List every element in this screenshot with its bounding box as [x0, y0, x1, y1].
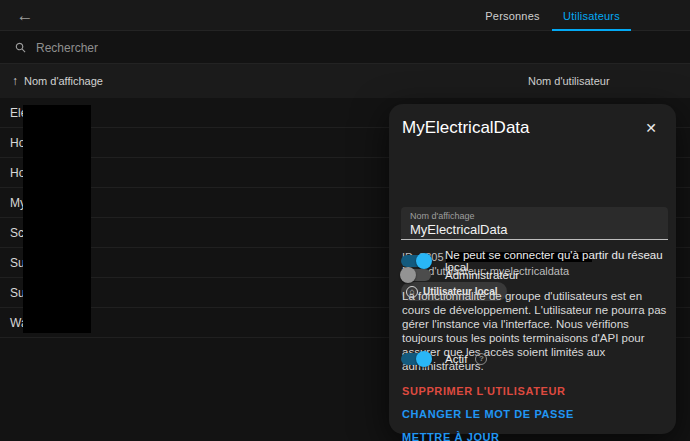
redaction-overlay [23, 105, 91, 333]
active-toggle[interactable] [401, 353, 431, 365]
user-detail-dialog: MyElectricalData ✕ ID: 8305 Nom d'utilis… [389, 104, 676, 434]
users-admin-page: ← Personnes Utilisateurs Rechercher ↑ No… [0, 0, 690, 441]
column-label: Nom d'affichage [24, 75, 103, 87]
toggle-label: Actif [445, 353, 467, 365]
column-header-username[interactable]: Nom d'utilisateur [528, 75, 610, 87]
change-password-button[interactable]: Changer le mot de passe [402, 408, 574, 420]
field-value[interactable]: MyElectricalData [410, 222, 508, 237]
tab-utilisateurs[interactable]: Utilisateurs [552, 0, 631, 31]
help-icon[interactable]: ? [475, 353, 487, 365]
delete-user-button[interactable]: Supprimer l'utilisateur [402, 385, 566, 397]
administrator-toggle[interactable] [401, 269, 431, 281]
search-icon [14, 41, 28, 55]
search-input[interactable]: Rechercher [36, 41, 98, 55]
field-label: Nom d'affichage [410, 211, 475, 221]
column-header-display-name[interactable]: ↑ Nom d'affichage [12, 74, 103, 88]
sort-ascending-icon: ↑ [12, 74, 18, 88]
toggle-label: Administrateur [445, 269, 519, 281]
display-name-field[interactable]: Nom d'affichage MyElectricalData [401, 207, 668, 240]
dialog-title: MyElectricalData [402, 118, 530, 138]
local-only-toggle[interactable] [401, 255, 431, 267]
dialog-actions: Supprimer l'utilisateur Changer le mot d… [402, 385, 664, 441]
search-bar[interactable]: Rechercher [0, 32, 690, 63]
tab-bar: Personnes Utilisateurs [473, 0, 631, 31]
close-icon[interactable]: ✕ [642, 119, 660, 137]
back-arrow-icon[interactable]: ← [13, 4, 37, 28]
top-bar: ← Personnes Utilisateurs [0, 0, 690, 31]
tab-personnes[interactable]: Personnes [473, 0, 552, 31]
active-toggle-row[interactable]: Actif ? [401, 353, 487, 365]
update-button[interactable]: Mettre à jour [402, 431, 500, 441]
table-header: ↑ Nom d'affichage Nom d'utilisateur [0, 63, 690, 98]
administrator-toggle-row[interactable]: Administrateur [401, 269, 519, 281]
